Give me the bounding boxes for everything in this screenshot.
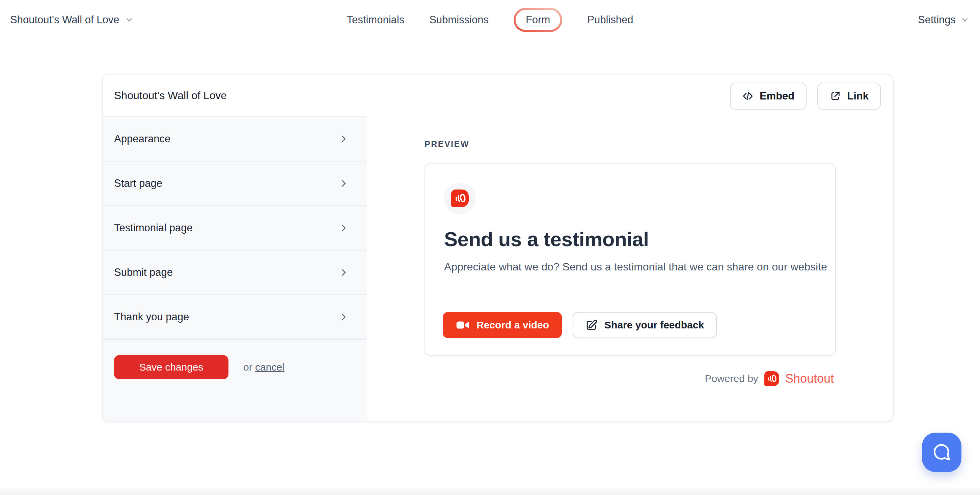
nav-item-published[interactable]: Published	[587, 14, 633, 26]
preview-description: Appreciate what we do? Send us a testimo…	[444, 257, 829, 276]
embed-button-label: Embed	[760, 90, 794, 102]
brand-name[interactable]: Shoutout	[785, 371, 834, 386]
nav-item-submissions[interactable]: Submissions	[429, 14, 488, 26]
share-feedback-label: Share your feedback	[605, 319, 704, 331]
form-pages-panel: AppearanceStart pageTestimonial pageSubm…	[103, 116, 366, 422]
form-settings-card: Shoutout's Wall of Love Embed Link Appea…	[102, 74, 894, 422]
save-area: Save changes or cancel	[103, 340, 366, 379]
settings-menu[interactable]: Settings	[918, 0, 969, 40]
top-bar: Shoutout's Wall of Love TestimonialsSubm…	[0, 0, 980, 40]
link-button[interactable]: Link	[817, 82, 881, 109]
record-video-label: Record a video	[477, 319, 549, 331]
form-pages-list: AppearanceStart pageTestimonial pageSubm…	[103, 117, 366, 340]
or-cancel: or cancel	[243, 362, 285, 373]
preview-actions: Record a video Share your feedback	[443, 312, 717, 338]
save-changes-button[interactable]: Save changes	[114, 355, 229, 379]
preview-heading: Send us a testimonial	[444, 228, 649, 251]
sidebar-item-start-page[interactable]: Start page	[103, 162, 366, 206]
cancel-link[interactable]: cancel	[255, 362, 285, 373]
sidebar-item-testimonial-page[interactable]: Testimonial page	[103, 206, 366, 251]
sidebar-item-label: Submit page	[114, 267, 173, 279]
code-icon	[742, 90, 754, 102]
chat-bubble-icon	[932, 443, 951, 462]
chevron-down-icon	[961, 16, 969, 24]
sidebar-item-submit-page[interactable]: Submit page	[103, 251, 366, 295]
sidebar-item-label: Thank you page	[114, 311, 189, 323]
preview-label: PREVIEW	[425, 139, 469, 149]
chevron-right-icon	[339, 179, 348, 188]
chevron-right-icon	[339, 134, 348, 144]
settings-label: Settings	[918, 14, 956, 26]
shoutout-logo-icon	[764, 371, 779, 386]
powered-by: Powered by Shoutout	[425, 371, 836, 386]
edit-icon	[585, 319, 598, 331]
nav-item-testimonials[interactable]: Testimonials	[347, 14, 405, 26]
avatar	[444, 182, 476, 214]
share-feedback-button[interactable]: Share your feedback	[573, 312, 717, 338]
card-title: Shoutout's Wall of Love	[114, 75, 227, 116]
nav-item-form: Form	[526, 14, 550, 25]
sidebar-item-label: Testimonial page	[114, 222, 193, 234]
external-link-icon	[829, 90, 841, 102]
chevron-right-icon	[339, 268, 348, 277]
sidebar-item-appearance[interactable]: Appearance	[103, 117, 366, 162]
chevron-right-icon	[339, 312, 348, 322]
sidebar-item-label: Appearance	[114, 133, 170, 145]
shoutout-logo-icon	[451, 189, 469, 207]
embed-button[interactable]: Embed	[730, 82, 807, 109]
or-label: or	[243, 362, 253, 373]
form-preview-card: Send us a testimonial Appreciate what we…	[425, 163, 836, 356]
sidebar-item-thank-you-page[interactable]: Thank you page	[103, 295, 366, 340]
help-chat-widget[interactable]	[922, 433, 961, 472]
powered-by-label: Powered by	[705, 373, 758, 384]
chevron-right-icon	[339, 223, 348, 233]
record-video-button[interactable]: Record a video	[443, 312, 562, 338]
main-nav: TestimonialsSubmissionsFormPublished	[0, 0, 980, 40]
sidebar-item-label: Start page	[114, 178, 162, 189]
link-button-label: Link	[847, 90, 869, 102]
video-camera-icon	[456, 318, 470, 332]
card-header-actions: Embed Link	[730, 82, 881, 109]
active-nav-pill[interactable]: Form	[514, 8, 562, 32]
